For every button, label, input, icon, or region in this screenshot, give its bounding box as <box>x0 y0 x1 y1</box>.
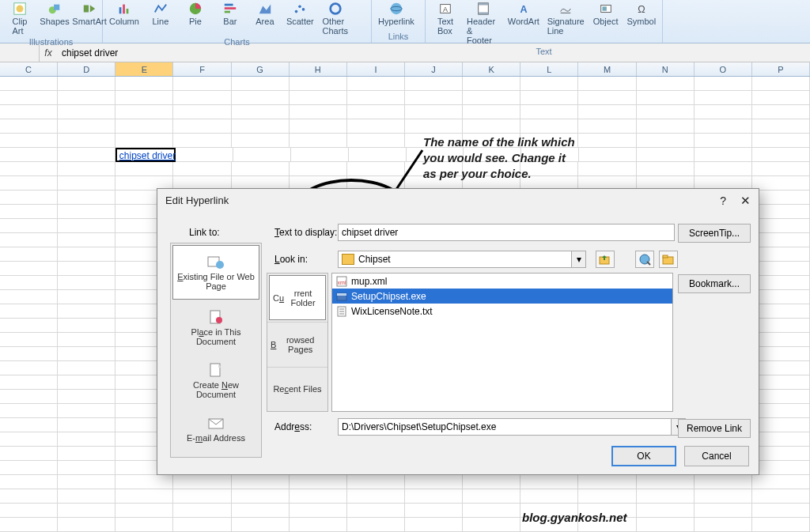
formula-value[interactable]: chipset driver <box>57 47 118 58</box>
cell[interactable] <box>752 319 810 333</box>
text-box-button[interactable]: ATextBox <box>429 0 462 37</box>
cell[interactable] <box>578 105 636 119</box>
cell[interactable] <box>752 105 810 119</box>
file-item[interactable]: SetupChipset.exe <box>332 289 672 304</box>
cell[interactable] <box>58 262 115 276</box>
shapes-button[interactable]: Shapes <box>38 0 71 28</box>
cell[interactable] <box>58 148 115 162</box>
cell[interactable] <box>347 504 405 518</box>
cell[interactable] <box>695 91 752 105</box>
cell[interactable] <box>752 518 810 532</box>
cell[interactable] <box>463 504 520 518</box>
cell[interactable] <box>58 390 115 404</box>
cell[interactable] <box>115 475 173 489</box>
cell[interactable] <box>173 134 231 148</box>
cell[interactable] <box>58 432 115 447</box>
area-chart-button[interactable]: Area <box>248 0 282 28</box>
cell[interactable] <box>58 504 115 518</box>
cell[interactable] <box>463 518 520 532</box>
cell[interactable] <box>347 518 405 532</box>
cell[interactable] <box>58 361 115 375</box>
cell[interactable] <box>752 134 810 148</box>
cell[interactable] <box>752 191 810 205</box>
cell[interactable] <box>0 119 58 134</box>
cell[interactable] <box>0 489 58 504</box>
cell[interactable] <box>58 475 115 489</box>
cell[interactable] <box>0 518 58 532</box>
cell[interactable] <box>347 475 405 489</box>
cell[interactable] <box>752 461 810 475</box>
cell[interactable] <box>0 304 58 319</box>
cell[interactable] <box>0 233 58 247</box>
cell[interactable] <box>0 276 58 290</box>
cell[interactable] <box>347 162 405 176</box>
cell[interactable] <box>463 91 520 105</box>
cell[interactable] <box>347 91 405 105</box>
cell[interactable] <box>232 489 290 504</box>
cell[interactable] <box>232 91 290 105</box>
cell[interactable] <box>637 91 695 105</box>
cell[interactable] <box>58 91 115 105</box>
line-chart-button[interactable]: Line <box>144 0 177 28</box>
cell[interactable] <box>0 134 58 148</box>
cell[interactable] <box>290 105 347 119</box>
name-box[interactable] <box>0 43 40 62</box>
cell[interactable] <box>58 77 115 91</box>
cell[interactable] <box>58 304 115 319</box>
cell[interactable] <box>405 504 463 518</box>
col-header-J[interactable]: J <box>405 62 463 76</box>
cell[interactable] <box>752 276 810 290</box>
cell[interactable] <box>58 333 115 347</box>
cell[interactable] <box>290 518 347 532</box>
cell[interactable] <box>637 119 695 134</box>
link-to-create-new[interactable]: Create New Document <box>171 354 261 407</box>
cell[interactable] <box>58 489 115 504</box>
cell[interactable] <box>752 219 810 233</box>
cell[interactable] <box>0 432 58 447</box>
cell[interactable] <box>347 77 405 91</box>
cell[interactable] <box>520 105 578 119</box>
cell[interactable] <box>58 447 115 461</box>
cell[interactable] <box>0 361 58 375</box>
col-header-M[interactable]: M <box>578 62 636 76</box>
cell[interactable] <box>752 375 810 390</box>
cell[interactable] <box>58 375 115 390</box>
cell[interactable] <box>752 77 810 91</box>
cell[interactable] <box>0 91 58 105</box>
cell[interactable] <box>58 134 115 148</box>
cell[interactable] <box>115 489 173 504</box>
smartart-button[interactable]: SmartArt <box>73 0 106 28</box>
cell[interactable] <box>290 119 347 134</box>
file-list[interactable]: xmlmup.xmlSetupChipset.exeWixLicenseNote… <box>331 273 673 412</box>
cell[interactable] <box>58 105 115 119</box>
cell[interactable] <box>637 105 695 119</box>
bar-chart-button[interactable]: Bar <box>214 0 247 28</box>
cell[interactable] <box>115 162 173 176</box>
cell[interactable] <box>115 119 173 134</box>
cell[interactable] <box>232 475 290 489</box>
other-charts-button[interactable]: OtherCharts <box>319 0 352 37</box>
cell[interactable] <box>58 176 115 191</box>
cell[interactable] <box>752 290 810 304</box>
cell[interactable] <box>752 418 810 432</box>
cell[interactable] <box>752 504 810 518</box>
symbol-button[interactable]: ΩSymbol <box>624 0 659 28</box>
cell[interactable] <box>0 205 58 219</box>
cell[interactable] <box>695 162 752 176</box>
cell[interactable] <box>520 91 578 105</box>
cell[interactable] <box>0 290 58 304</box>
look-in-dropdown[interactable]: Chipset ▾ <box>338 251 586 268</box>
browsed-pages-tab[interactable]: Browsed Pages <box>267 322 327 366</box>
cell[interactable] <box>0 404 58 418</box>
col-header-C[interactable]: C <box>0 62 58 76</box>
cell[interactable] <box>752 475 810 489</box>
cell[interactable] <box>637 489 695 504</box>
cell[interactable] <box>58 162 115 176</box>
cell[interactable] <box>752 333 810 347</box>
cell[interactable] <box>290 91 347 105</box>
cell[interactable] <box>578 119 636 134</box>
cell[interactable] <box>173 77 231 91</box>
cell[interactable] <box>0 162 58 176</box>
cell[interactable] <box>58 191 115 205</box>
cell[interactable] <box>232 162 290 176</box>
